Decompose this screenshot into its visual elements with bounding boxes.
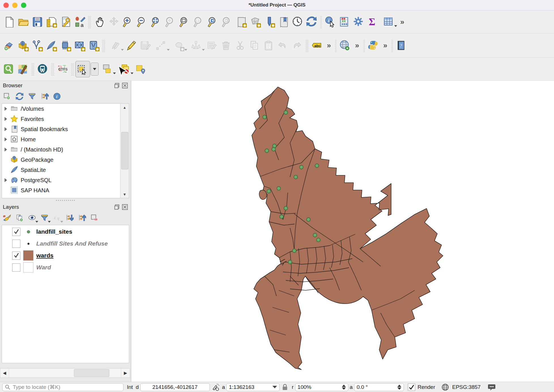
sum-features-button[interactable]: Σ <box>366 14 380 30</box>
chevron-down-icon[interactable] <box>167 49 170 51</box>
scale-combobox[interactable]: 1:1362163 <box>226 383 280 391</box>
zoom-out-button[interactable] <box>135 14 149 30</box>
toolbar-overflow-chevron[interactable]: » <box>380 41 390 50</box>
chevron-down-icon[interactable] <box>121 49 124 51</box>
refresh-map-button[interactable] <box>305 14 319 30</box>
browser-item-macintosh-hd[interactable]: / (Macintosh HD) <box>2 144 129 155</box>
toolbar-overflow-chevron[interactable]: » <box>352 41 362 50</box>
select-features-rectangle-dropdown[interactable] <box>91 63 99 76</box>
expander[interactable] <box>2 107 9 111</box>
quickmap-services-button[interactable] <box>16 61 30 77</box>
zoom-last-button[interactable] <box>206 14 220 30</box>
collapse-all-button[interactable] <box>40 91 50 102</box>
layer-item-wards[interactable]: wards <box>2 250 129 261</box>
browser-item-spatial-bookmarks[interactable]: Spatial Bookmarks <box>2 124 129 134</box>
expand-all-button[interactable] <box>65 213 75 223</box>
expander[interactable] <box>2 127 9 131</box>
zoom-to-layer-button[interactable] <box>177 14 191 30</box>
render-checkbox[interactable] <box>408 384 415 391</box>
close-panel-icon[interactable] <box>122 82 128 89</box>
collapse-all-layers-button[interactable] <box>77 213 87 223</box>
new-spatial-bookmark-button[interactable] <box>262 14 276 30</box>
browser-item-favorites[interactable]: Favorites <box>2 114 129 124</box>
help-contents-button[interactable]: ? <box>394 38 408 54</box>
open-layer-styling-button[interactable] <box>2 213 12 223</box>
toolbar-overflow-chevron[interactable]: » <box>397 18 407 26</box>
lock-scale-icon[interactable] <box>281 383 289 391</box>
maximize-window-button[interactable] <box>21 3 26 8</box>
identify-features-button[interactable]: i <box>323 14 337 30</box>
new-mesh-layer-button[interactable] <box>73 38 87 54</box>
browser-item-geopackage[interactable]: GeoPackage <box>2 155 129 165</box>
messages-icon[interactable] <box>487 383 496 391</box>
close-panel-icon[interactable] <box>122 204 128 210</box>
browser-item-postgresql[interactable]: PostgreSQL <box>2 175 129 185</box>
expand-triangle-icon[interactable] <box>5 137 7 141</box>
refresh-browser-button[interactable] <box>15 91 25 102</box>
layers-horizontal-scrollbar[interactable]: ◀ ▶ <box>0 368 130 378</box>
panel-splitter[interactable] <box>0 198 131 202</box>
new-layout-button[interactable] <box>44 14 58 30</box>
select-features-rectangle-button[interactable] <box>75 61 90 77</box>
temporal-controller-button[interactable] <box>291 14 305 30</box>
coordinate-input[interactable]: 2141656,-4012617 <box>140 383 210 391</box>
expander[interactable] <box>2 137 9 141</box>
expand-triangle-icon[interactable] <box>5 178 7 182</box>
chevron-down-icon[interactable] <box>113 73 116 74</box>
new-virtual-layer-button[interactable] <box>58 38 73 54</box>
expand-triangle-icon[interactable] <box>5 107 7 111</box>
pan-map-button[interactable] <box>92 14 106 30</box>
toggle-editing-button[interactable] <box>124 38 138 54</box>
expand-triangle-icon[interactable] <box>5 117 7 121</box>
scroll-up-arrow[interactable]: ▲ <box>120 104 129 111</box>
layer-visibility-checkbox[interactable] <box>12 263 20 272</box>
layer-item-landfill-sites-and-refuse[interactable]: Landfill Sites And Refuse <box>2 238 129 249</box>
zoom-full-button[interactable] <box>149 14 163 30</box>
filter-browser-button[interactable] <box>27 91 37 102</box>
show-bookmarks-button[interactable] <box>276 14 291 30</box>
spin-arrows[interactable] <box>395 385 401 390</box>
rotation-spinbox[interactable]: 0.0 ° <box>354 383 404 391</box>
browser-item-home[interactable]: Home <box>2 134 129 144</box>
layer-visibility-checkbox[interactable] <box>12 240 20 248</box>
filter-legend-button[interactable] <box>40 213 50 223</box>
close-window-button[interactable] <box>3 3 9 8</box>
gtfs-plugin-button[interactable]: GTFS <box>56 61 70 77</box>
minimize-window-button[interactable] <box>12 3 18 8</box>
browser-vertical-scrollbar[interactable]: ▲ ▼ <box>120 104 129 198</box>
open-project-button[interactable] <box>16 14 30 30</box>
layer-labeling-button[interactable]: abc <box>310 38 324 54</box>
locator-search-input[interactable]: Type to locate (⌘K) <box>2 383 123 391</box>
scroll-left-arrow[interactable]: ◀ <box>0 370 9 376</box>
style-manager-button[interactable]: a <box>73 14 87 30</box>
scroll-right-arrow[interactable]: ▶ <box>121 370 130 376</box>
layer-visibility-checkbox[interactable] <box>12 228 20 236</box>
browser-properties-button[interactable]: i <box>52 91 62 102</box>
expander[interactable] <box>2 178 9 182</box>
expander[interactable] <box>2 117 9 121</box>
expander[interactable] <box>2 148 9 152</box>
data-source-manager-button[interactable] <box>2 38 16 54</box>
layer-visibility-checkbox[interactable] <box>12 252 20 260</box>
metasearch-button[interactable] <box>338 38 352 54</box>
chevron-down-icon[interactable] <box>184 49 187 51</box>
render-toggle[interactable]: Render <box>408 384 435 391</box>
expand-triangle-icon[interactable] <box>5 148 7 152</box>
python-console-button[interactable] <box>366 38 380 54</box>
crs-status[interactable]: EPSG:3857 <box>440 383 481 391</box>
browser-item-sap-hana[interactable]: SAP HANA <box>2 185 129 195</box>
processing-toolbox-button[interactable] <box>351 14 366 30</box>
toolbar-overflow-chevron[interactable]: » <box>324 41 334 50</box>
new-geopackage-layer-button[interactable] <box>16 38 30 54</box>
statistical-summary-button[interactable] <box>337 14 351 30</box>
layout-manager-button[interactable] <box>58 14 73 30</box>
zoom-in-button[interactable] <box>121 14 135 30</box>
browser-item-volumes[interactable]: /Volumes <box>2 104 129 114</box>
chevron-down-icon[interactable] <box>202 49 205 51</box>
chevron-down-icon[interactable] <box>394 25 397 27</box>
scroll-down-arrow[interactable]: ▼ <box>120 191 129 198</box>
manage-map-themes-button[interactable] <box>27 213 37 223</box>
open-attribute-table-button[interactable] <box>380 14 397 30</box>
float-panel-icon[interactable] <box>114 204 120 210</box>
select-features-by-value-button[interactable] <box>99 61 116 77</box>
